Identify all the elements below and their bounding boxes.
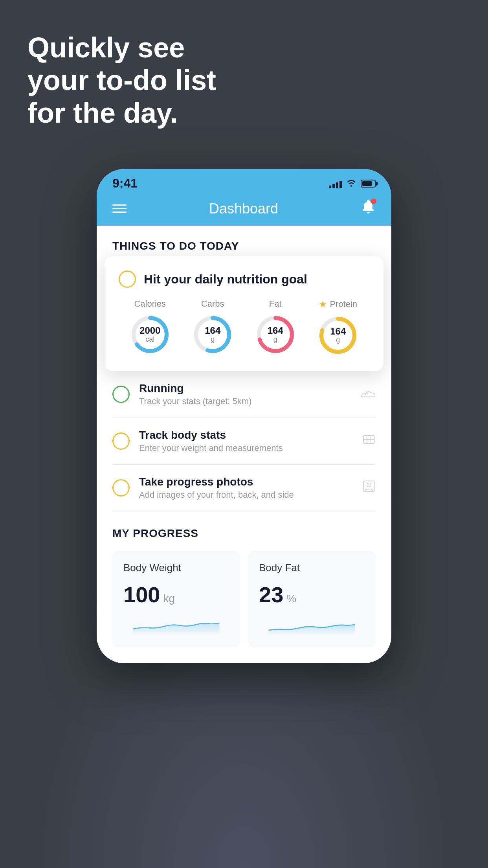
photos-subtitle: Add images of your front, back, and side [139,490,353,500]
body-fat-value-row: 23 % [259,582,365,607]
body-weight-unit: kg [163,592,175,605]
phone-screen: 9:41 [97,169,391,663]
body-stats-checkbox[interactable] [112,432,130,450]
carbs-value: 164 [205,326,220,335]
body-weight-card[interactable]: Body Weight 100 kg [112,551,240,647]
photos-text: Take progress photos Add images of your … [139,476,353,500]
signal-bar-1 [329,186,331,188]
body-weight-card-title: Body Weight [123,562,229,574]
headline-line2: your to-do list [28,64,216,96]
protein-donut: 164 g [316,314,360,357]
macro-carbs: Carbs 164 g [191,299,234,356]
fat-value-center: 164 g [268,326,283,344]
scale-icon [362,433,376,450]
protein-value: 164 [330,327,346,336]
protein-value-center: 164 g [330,327,346,344]
calories-donut: 2000 cal [128,313,172,356]
running-text: Running Track your stats (target: 5km) [139,382,351,406]
carbs-value-center: 164 g [205,326,220,344]
body-weight-value-row: 100 kg [123,582,229,607]
macros-row: Calories 2000 cal [119,299,369,357]
battery-fill [362,181,372,186]
portrait-icon [362,480,376,497]
signal-bar-3 [336,182,338,188]
signal-bar-4 [339,181,342,188]
headline-text: Quickly see your to-do list for the day. [28,31,216,129]
fat-donut: 164 g [254,313,297,356]
hamburger-line-1 [112,204,127,206]
running-checkbox[interactable] [112,386,130,403]
nutrition-header: Hit your daily nutrition goal [119,270,369,288]
status-time: 9:41 [112,176,138,191]
notification-dot [371,199,376,204]
body-stats-text: Track body stats Enter your weight and m… [139,429,353,453]
body-fat-unit: % [286,592,296,605]
macro-protein: ★ Protein 164 g [316,299,360,357]
notifications-button[interactable] [361,199,376,218]
photos-title: Take progress photos [139,476,353,488]
headline-line3: for the day. [28,97,178,129]
macro-fat: Fat 164 g [254,299,297,356]
photos-checkbox[interactable] [112,479,130,497]
battery-icon [361,180,376,188]
protein-label-row: ★ Protein [319,299,357,310]
calories-value: 2000 [139,326,160,335]
fat-value: 164 [268,326,283,335]
signal-icon [329,179,342,188]
todo-item-photos[interactable]: Take progress photos Add images of your … [112,465,376,511]
body-stats-title: Track body stats [139,429,353,441]
carbs-unit: g [205,335,220,344]
things-to-do-title: THINGS TO DO TODAY [112,240,376,252]
nutrition-title: Hit your daily nutrition goal [144,272,307,287]
body-fat-number: 23 [259,582,283,607]
running-shoe-icon [361,386,376,403]
wifi-icon [346,178,357,189]
body-fat-card-title: Body Fat [259,562,365,574]
hamburger-line-2 [112,208,127,209]
progress-section: MY PROGRESS Body Weight 100 kg [97,511,391,663]
running-title: Running [139,382,351,395]
body-weight-chart [123,615,229,635]
body-fat-chart [259,615,365,635]
nav-bar: Dashboard [97,194,391,226]
nutrition-card: Hit your daily nutrition goal Calories [105,256,383,371]
body-weight-number: 100 [123,582,160,607]
hamburger-line-3 [112,211,127,213]
fat-label: Fat [269,299,282,309]
macro-calories: Calories 2000 cal [128,299,172,356]
body-fat-card[interactable]: Body Fat 23 % [248,551,376,647]
nutrition-checkbox[interactable] [119,270,136,288]
phone-mockup: 9:41 [97,169,391,663]
progress-section-title: MY PROGRESS [112,527,376,540]
progress-cards-row: Body Weight 100 kg [112,551,376,663]
running-subtitle: Track your stats (target: 5km) [139,396,351,406]
todo-item-running[interactable]: Running Track your stats (target: 5km) [112,371,376,418]
fat-unit: g [268,335,283,344]
hamburger-menu-icon[interactable] [112,204,127,213]
svg-point-13 [367,483,371,487]
headline-line1: Quickly see [28,32,185,63]
nav-title: Dashboard [209,200,278,217]
content-area: THINGS TO DO TODAY Hit your daily nutrit… [97,226,391,371]
protein-label: Protein [330,299,357,309]
protein-star-icon: ★ [319,299,327,310]
calories-unit: cal [139,335,160,344]
status-bar: 9:41 [97,169,391,194]
body-stats-subtitle: Enter your weight and measurements [139,443,353,453]
carbs-label: Carbs [201,299,224,309]
calories-label: Calories [134,299,166,309]
status-icons [329,178,376,189]
protein-unit: g [330,336,346,344]
todo-list: Running Track your stats (target: 5km) T… [97,371,391,511]
carbs-donut: 164 g [191,313,234,356]
todo-item-body-stats[interactable]: Track body stats Enter your weight and m… [112,418,376,465]
signal-bar-2 [332,184,335,188]
calories-value-center: 2000 cal [139,326,160,344]
